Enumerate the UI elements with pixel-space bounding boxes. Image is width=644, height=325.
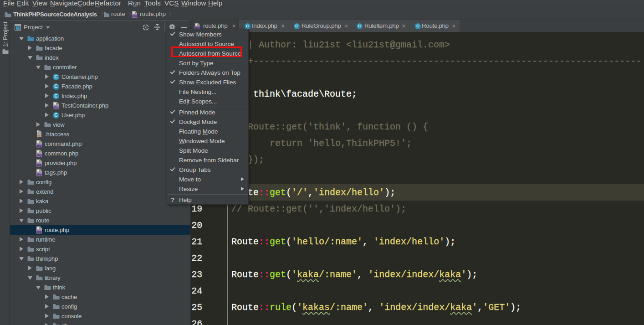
svg-text:php: php: [36, 154, 42, 157]
svg-text:php: php: [36, 163, 42, 167]
svg-text:php: php: [36, 173, 42, 176]
svg-text:php: php: [36, 230, 42, 234]
svg-text:php: php: [36, 144, 42, 148]
svg-text:php: php: [132, 15, 137, 17]
svg-text:php: php: [53, 106, 59, 109]
